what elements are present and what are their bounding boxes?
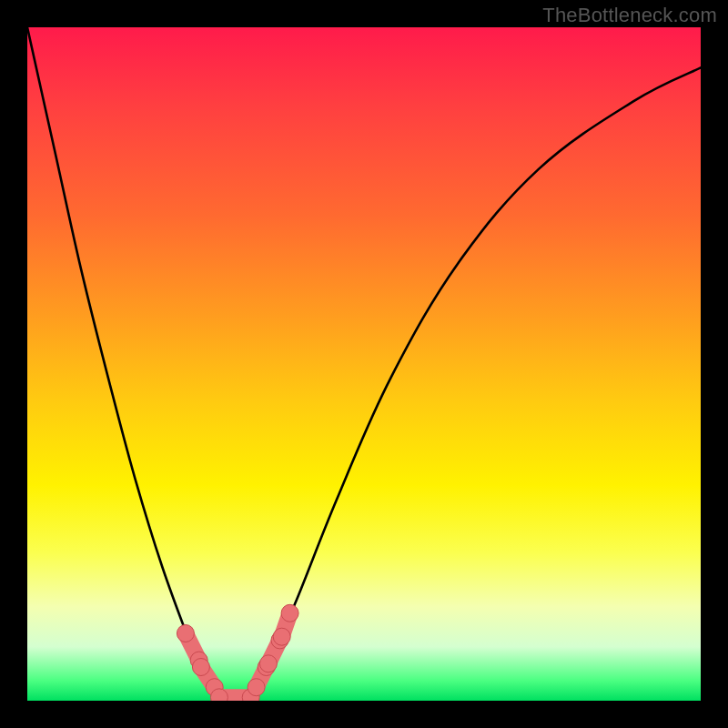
optimal-markers xyxy=(177,604,298,701)
marker-bead xyxy=(281,604,298,622)
marker-bead xyxy=(248,679,265,696)
chart-svg xyxy=(27,27,701,701)
watermark-text: TheBottleneck.com xyxy=(542,4,717,27)
chart-frame: TheBottleneck.com xyxy=(0,0,728,728)
plot-area xyxy=(27,27,701,701)
marker-bead xyxy=(177,625,194,642)
bottleneck-curve xyxy=(27,27,701,701)
marker-bead xyxy=(273,628,290,645)
marker-bead xyxy=(259,655,277,672)
marker-bead xyxy=(192,659,209,676)
